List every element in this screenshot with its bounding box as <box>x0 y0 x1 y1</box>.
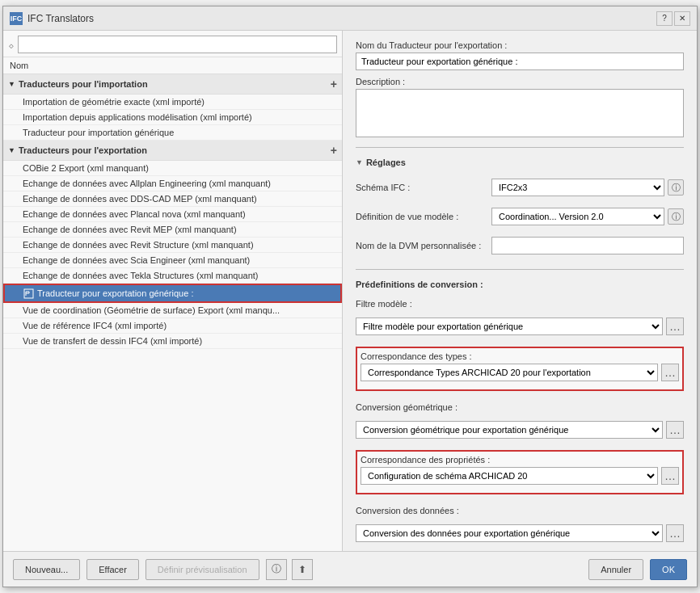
window-icon: IFC <box>10 12 23 25</box>
list-item[interactable]: COBie 2 Export (xml manquant) <box>3 161 342 176</box>
selected-translator-item[interactable]: Traducteur pour exportation générique : <box>3 284 342 303</box>
translator-name-label: Nom du Traducteur pour l'exportation : <box>356 40 684 50</box>
search-input[interactable] <box>18 36 337 53</box>
conversion-donnees-select[interactable]: Conversion des données pour exportation … <box>356 524 663 542</box>
tree-container: ▼ Traducteurs pour l'importation + Impor… <box>3 74 342 551</box>
list-item[interactable]: Echange de données avec Revit MEP (xml m… <box>3 222 342 238</box>
main-content: ⬦ Nom ▼ Traducteurs pour l'importation + <box>3 31 697 551</box>
schema-ifc-label: Schéma IFC : <box>356 183 485 192</box>
correspondance-props-select[interactable]: Configuration de schéma ARCHICAD 20 <box>361 467 658 485</box>
schema-ifc-select[interactable]: IFC2x3 IFC4 IFC4x1 <box>491 179 664 196</box>
export-section-label: Traducteurs pour l'exportation <box>19 145 147 155</box>
list-item[interactable]: Vue de transfert de dessin IFC4 (xml imp… <box>3 334 342 349</box>
correspondance-types-row: Correspondance Types ARCHICAD 20 pour l'… <box>361 364 679 381</box>
list-item[interactable]: Importation de géométrie exacte (xml imp… <box>3 95 342 110</box>
import-section-label: Traducteurs pour l'importation <box>19 79 148 89</box>
bottom-bar: Nouveau... Effacer Définir prévisualisat… <box>3 551 697 587</box>
correspondance-props-dots-button[interactable]: … <box>661 467 679 485</box>
list-item[interactable]: Echange de données avec Plancal nova (xm… <box>3 207 342 222</box>
dvm-input[interactable] <box>491 237 684 254</box>
description-group: Description : <box>356 77 684 137</box>
title-bar: IFC IFC Translators ? ✕ <box>3 6 697 31</box>
list-item[interactable]: Vue de coordination (Géométrie de surfac… <box>3 303 342 318</box>
schema-ifc-select-wrapper: IFC2x3 IFC4 IFC4x1 ⓘ <box>491 179 684 196</box>
description-textarea[interactable] <box>356 89 684 137</box>
vue-modele-row: Définition de vue modèle : Coordination.… <box>356 208 684 225</box>
import-chevron-icon: ▼ <box>8 80 15 88</box>
list-item[interactable]: Importation depuis applications modélisa… <box>3 110 342 125</box>
schema-ifc-row: Schéma IFC : IFC2x3 IFC4 IFC4x1 ⓘ <box>356 179 684 196</box>
list-item[interactable]: Echange de données avec Revit Structure … <box>3 238 342 253</box>
tree-scroll-wrapper: ▼ Traducteurs pour l'importation + Impor… <box>3 74 342 551</box>
list-item[interactable]: Traducteur pour importation générique <box>3 125 342 141</box>
info-icon-button[interactable]: ⓘ <box>266 559 287 580</box>
list-item[interactable]: Echange de données avec Scia Engineer (x… <box>3 253 342 268</box>
help-button[interactable]: ? <box>656 11 673 26</box>
tree-column-header: Nom <box>3 57 342 74</box>
bottom-right-buttons: Annuler OK <box>588 559 687 580</box>
selected-item-label: Traducteur pour exportation générique : <box>37 288 193 298</box>
predefinitions-label: Prédefinitions de conversion : <box>356 280 684 289</box>
conversion-donnees-label: Conversion des données : <box>356 506 684 515</box>
filtre-select[interactable]: Filtre modèle pour exportation générique <box>356 318 663 335</box>
ok-button[interactable]: OK <box>650 559 687 580</box>
title-bar-left: IFC IFC Translators <box>10 12 94 25</box>
schema-ifc-info-button[interactable]: ⓘ <box>668 179 684 196</box>
bottom-left-buttons: Nouveau... Effacer Définir prévisualisat… <box>13 559 313 580</box>
list-item[interactable]: Echange de données avec DDS-CAD MEP (xml… <box>3 191 342 207</box>
translator-name-input[interactable] <box>356 53 684 70</box>
translator-name-group: Nom du Traducteur pour l'exportation : <box>356 40 684 70</box>
export-section-header[interactable]: ▼ Traducteurs pour l'exportation + <box>3 141 342 161</box>
conversion-geo-label: Conversion géométrique : <box>356 402 684 412</box>
title-buttons: ? ✕ <box>656 11 690 26</box>
bottom-icon-group: ⓘ ⬆ <box>266 559 313 580</box>
export-chevron-icon: ▼ <box>8 146 15 154</box>
effacer-button[interactable]: Effacer <box>86 559 139 580</box>
import-section: ▼ Traducteurs pour l'importation + Impor… <box>3 74 342 141</box>
translator-icon <box>23 288 34 299</box>
correspondance-types-section: Correspondance des types : Correspondanc… <box>356 347 684 391</box>
annuler-button[interactable]: Annuler <box>588 559 643 580</box>
reglages-chevron-icon: ▼ <box>356 158 363 166</box>
filtre-dots-button[interactable]: … <box>666 318 684 335</box>
import-section-header[interactable]: ▼ Traducteurs pour l'importation + <box>3 74 342 95</box>
vue-modele-label: Définition de vue modèle : <box>356 212 485 221</box>
main-window: IFC IFC Translators ? ✕ ⬦ Nom <box>2 6 698 587</box>
correspondance-types-label: Correspondance des types : <box>361 351 679 361</box>
conversion-donnees-row: Conversion des données pour exportation … <box>356 524 684 542</box>
conversion-geo-dots-button[interactable]: … <box>666 421 684 439</box>
list-item[interactable]: Echange de données avec Tekla Structures… <box>3 268 342 284</box>
export-icon-button[interactable]: ⬆ <box>292 559 313 580</box>
list-item[interactable]: Echange de données avec Allplan Engineer… <box>3 176 342 191</box>
correspondance-props-label: Correspondance des propriétés : <box>361 455 679 465</box>
nouveau-button[interactable]: Nouveau... <box>13 559 80 580</box>
left-panel: ⬦ Nom ▼ Traducteurs pour l'importation + <box>3 31 343 551</box>
predefinitions-divider <box>356 269 684 270</box>
filter-icon[interactable]: ⬦ <box>8 39 15 51</box>
filtre-row: Filtre modèle pour exportation générique… <box>356 318 684 335</box>
reglages-label: Réglages <box>366 158 406 167</box>
dvm-row: Nom de la DVM personnalisée : <box>356 237 684 254</box>
conversion-donnees-dots-button[interactable]: … <box>666 524 684 542</box>
list-item[interactable]: Vue de référence IFC4 (xml importé) <box>3 318 342 334</box>
import-add-icon[interactable]: + <box>331 78 337 90</box>
right-panel: Nom du Traducteur pour l'exportation : D… <box>343 31 697 551</box>
correspondance-props-row: Configuration de schéma ARCHICAD 20 … <box>361 467 679 485</box>
search-bar: ⬦ <box>3 31 342 57</box>
export-add-icon[interactable]: + <box>331 144 337 157</box>
correspondance-props-section: Correspondance des propriétés : Configur… <box>356 450 684 494</box>
correspondance-types-select[interactable]: Correspondance Types ARCHICAD 20 pour l'… <box>361 364 658 381</box>
correspondance-types-dots-button[interactable]: … <box>661 364 679 381</box>
vue-modele-select[interactable]: Coordination... Version 2.0 Reference Vi… <box>491 208 664 225</box>
conversion-geo-row: Conversion géométrique pour exportation … <box>356 421 684 439</box>
section-divider <box>356 147 684 148</box>
dvm-label: Nom de la DVM personnalisée : <box>356 241 485 250</box>
vue-modele-select-wrapper: Coordination... Version 2.0 Reference Vi… <box>491 208 684 225</box>
filtre-label: Filtre modèle : <box>356 299 684 309</box>
export-section: ▼ Traducteurs pour l'exportation + COBie… <box>3 141 342 349</box>
definir-button[interactable]: Définir prévisualisation <box>145 559 259 580</box>
vue-modele-info-button[interactable]: ⓘ <box>668 208 684 225</box>
close-button[interactable]: ✕ <box>674 11 690 26</box>
window-title: IFC Translators <box>27 13 94 24</box>
conversion-geo-select[interactable]: Conversion géométrique pour exportation … <box>356 421 663 439</box>
